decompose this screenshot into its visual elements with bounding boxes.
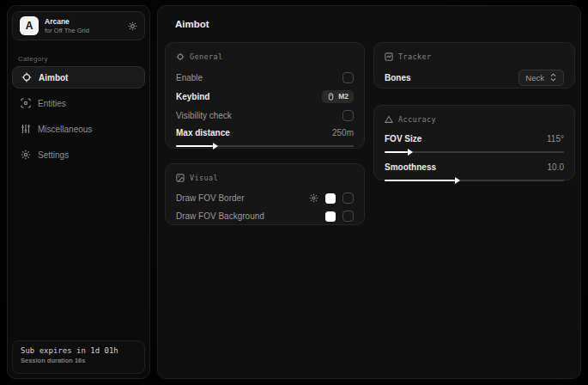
max-distance-label: Max distance — [176, 128, 230, 138]
keybind-value: M2 — [338, 92, 349, 101]
fov-size-slider[interactable] — [385, 151, 564, 153]
enable-checkbox[interactable] — [342, 72, 354, 83]
keybind-badge[interactable]: M2 — [322, 90, 354, 103]
card-visual: Visual Draw FOV Border Draw FOV Backgrou… — [165, 163, 365, 225]
sidebar-item-label: Miscellaneous — [38, 125, 92, 134]
sliders-icon — [21, 124, 31, 134]
smoothness-value: 10.0 — [548, 162, 564, 172]
fov-background-label: Draw FOV Background — [176, 211, 264, 221]
crosshair-icon — [176, 52, 185, 61]
gear-icon — [21, 150, 31, 160]
fov-border-color-swatch[interactable] — [325, 193, 336, 204]
sub-expiry-text: Sub expires in 1d 01h — [21, 346, 136, 355]
card-title: Visual — [190, 174, 218, 182]
session-duration-text: Session duration 16s — [21, 357, 136, 364]
sidebar-item-aimbot[interactable]: Aimbot — [12, 66, 145, 89]
sidebar-item-settings[interactable]: Settings — [12, 144, 145, 166]
app-logo: A — [20, 16, 39, 35]
mouse-icon — [327, 93, 335, 101]
header-gear-icon[interactable] — [128, 21, 137, 31]
card-tracker: Tracker Bones Neck — [373, 42, 575, 89]
app-header-card: A Arcane for Off The Grid — [12, 11, 145, 40]
bones-label: Bones — [385, 73, 411, 82]
slider-fill — [385, 180, 455, 181]
row-bones: Bones Neck — [385, 68, 564, 87]
sidebar-item-miscellaneous[interactable]: Miscellaneous — [12, 118, 145, 140]
triangle-icon — [385, 115, 393, 124]
main-panel: Aimbot General Enable Keybind — [157, 5, 581, 379]
chevrons-up-down-icon — [549, 73, 557, 82]
sidebar-item-entities[interactable]: Entities — [12, 92, 145, 114]
fov-border-checkbox[interactable] — [342, 192, 354, 204]
row-enable: Enable — [176, 68, 354, 87]
keybind-label: Keybind — [176, 92, 209, 101]
row-fov-border: Draw FOV Border — [176, 189, 354, 207]
scan-eye-icon — [21, 98, 31, 108]
fov-background-checkbox[interactable] — [342, 211, 354, 222]
visibility-check-checkbox[interactable] — [342, 110, 354, 121]
route-icon — [385, 52, 393, 61]
fov-size-value: 115° — [547, 134, 564, 144]
slider-fill — [385, 151, 408, 153]
card-title: Tracker — [398, 52, 432, 61]
category-label: Category — [18, 55, 48, 63]
subscription-card: Sub expires in 1d 01h Session duration 1… — [12, 340, 145, 374]
slider-fill — [176, 145, 213, 147]
visibility-check-label: Visibility check — [176, 111, 232, 120]
max-distance-slider[interactable] — [176, 145, 354, 147]
image-icon — [176, 174, 185, 182]
bones-select[interactable]: Neck — [518, 70, 564, 86]
row-fov-background: Draw FOV Background — [176, 207, 354, 225]
fov-border-label: Draw FOV Border — [176, 193, 244, 203]
sidebar-item-label: Entities — [38, 99, 66, 108]
row-visibility-check: Visibility check — [176, 106, 354, 125]
card-title: Accuracy — [398, 115, 436, 124]
row-smoothness: Smoothness 10.0 — [385, 159, 564, 175]
sidebar-nav: Aimbot Entities Miscellaneous — [12, 66, 145, 169]
sidebar-item-label: Aimbot — [39, 73, 68, 82]
card-accuracy: Accuracy FOV Size 115° Smoothness 10.0 — [373, 105, 575, 180]
page-title: Aimbot — [175, 19, 209, 29]
crosshair-icon — [21, 72, 32, 82]
row-max-distance: Max distance 250m — [176, 125, 354, 141]
smoothness-label: Smoothness — [385, 162, 436, 172]
app-subtitle: for Off The Grid — [45, 27, 122, 34]
app-name: Arcane — [45, 17, 122, 27]
bones-selected-value: Neck — [525, 73, 544, 82]
row-fov-size: FOV Size 115° — [385, 131, 564, 147]
fov-background-color-swatch[interactable] — [325, 211, 336, 222]
gear-icon[interactable] — [309, 193, 318, 203]
enable-label: Enable — [176, 73, 203, 82]
row-keybind: Keybind M2 — [176, 87, 354, 106]
sidebar: A Arcane for Off The Grid Category Aimbo… — [7, 5, 150, 379]
fov-size-label: FOV Size — [385, 134, 421, 144]
card-title: General — [190, 52, 223, 61]
max-distance-value: 250m — [332, 128, 354, 138]
sidebar-item-label: Settings — [38, 150, 69, 160]
card-general: General Enable Keybind M2 Visibili — [165, 42, 365, 149]
smoothness-slider[interactable] — [385, 180, 564, 181]
app-window: A Arcane for Off The Grid Category Aimbo… — [0, 0, 588, 385]
